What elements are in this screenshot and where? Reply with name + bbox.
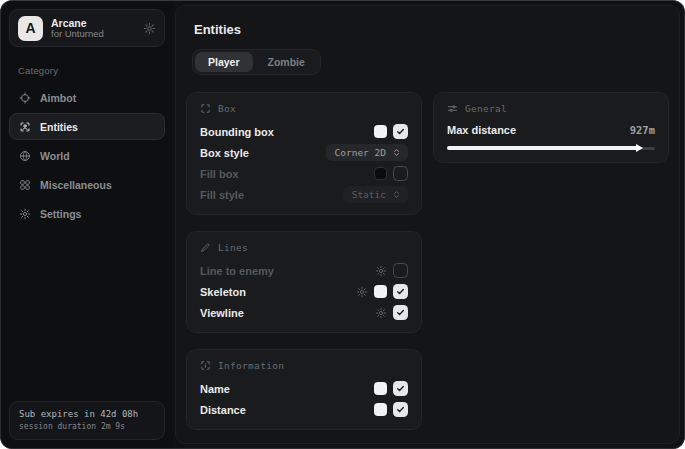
setting-row-bounding-box: Bounding box [200,121,408,142]
sidebar-item-settings[interactable]: Settings [9,200,165,227]
color-swatch[interactable] [374,382,387,395]
info-scan-icon [200,360,211,371]
color-swatch[interactable] [374,285,387,298]
setting-label: Line to enemy [200,265,274,277]
information-card-header: Information [200,360,408,371]
card-title: General [465,103,507,114]
setting-row-fill-box: Fill box [200,163,408,184]
setting-label: Bounding box [200,126,274,138]
row-controls [374,124,408,139]
tab-zombie[interactable]: Zombie [255,52,318,72]
checkbox-checked[interactable] [393,305,408,320]
sidebar-spacer [9,227,165,401]
dropdown-value: Corner 2D [335,147,386,158]
lines-card-header: Lines [200,242,408,253]
setting-row-line-to-enemy: Line to enemy [200,260,408,281]
sliders-icon [447,103,458,114]
row-controls [356,284,408,299]
color-swatch[interactable] [374,167,387,180]
box-card-header: Box [200,103,408,114]
box-corners-icon [200,103,211,114]
sidebar-item-label: Miscellaneous [40,179,112,191]
chevrons-up-down-icon [392,148,401,157]
setting-row-fill-style: Fill style Static [200,184,408,205]
app-subtitle: for Unturned [51,29,135,40]
checkbox-checked[interactable] [393,124,408,139]
row-controls [374,166,408,181]
setting-label: Skeleton [200,286,246,298]
checkbox-checked[interactable] [393,284,408,299]
slider-label: Max distance [447,124,516,136]
row-controls [374,381,408,396]
box-style-dropdown[interactable]: Corner 2D [326,144,408,161]
app-window: A Arcane for Unturned Category A [0,0,685,449]
card-title: Lines [218,242,248,253]
content-grid: Box Bounding box Box style [186,92,669,430]
general-card-header: General [447,103,655,114]
max-distance-slider[interactable] [447,143,655,153]
gear-icon[interactable] [375,307,387,319]
setting-row-name: Name [200,378,408,399]
information-card: Information Name Distance [186,349,422,430]
row-controls [375,263,408,278]
sidebar-item-miscellaneous[interactable]: Miscellaneous [9,171,165,198]
sidebar-item-label: World [40,150,70,162]
app-header-card: A Arcane for Unturned [9,9,165,47]
sidebar-item-label: Aimbot [40,92,76,104]
setting-label: Viewline [200,307,244,319]
color-swatch[interactable] [374,125,387,138]
sidebar-item-label: Entities [40,121,78,133]
chevrons-up-down-icon [392,190,401,199]
tabbar: Player Zombie [192,49,321,75]
sidebar-item-label: Settings [40,208,81,220]
gear-icon[interactable] [375,265,387,277]
lines-card: Lines Line to enemy [186,231,422,333]
slider-handle[interactable] [636,144,643,152]
session-duration-text: session duration 2m 9s [19,421,155,433]
app-logo: A [18,16,43,41]
setting-label: Name [200,383,230,395]
setting-row-skeleton: Skeleton [200,281,408,302]
row-controls [374,402,408,417]
checkbox-unchecked[interactable] [393,166,408,181]
color-swatch[interactable] [374,403,387,416]
box-card: Box Bounding box Box style [186,92,422,215]
sidebar-item-aimbot[interactable]: Aimbot [9,84,165,111]
right-column: General Max distance 927m [433,92,669,163]
card-title: Box [218,103,236,114]
page-title: Entities [194,22,669,37]
max-distance-row: Max distance 927m [447,121,655,139]
general-card: General Max distance 927m [433,92,669,163]
app-titles: Arcane for Unturned [51,17,135,40]
sidebar-item-entities[interactable]: Entities [9,113,165,140]
sidebar-nav: Aimbot Entities World [9,84,165,227]
checkbox-unchecked[interactable] [393,263,408,278]
globe-icon [19,150,31,162]
slider-value: 927m [630,124,655,136]
setting-label: Fill box [200,168,239,180]
subscription-card: Sub expires in 42d 08h session duration … [9,401,165,441]
sidebar-item-world[interactable]: World [9,142,165,169]
dropdown-value: Static [352,189,386,200]
checkbox-checked[interactable] [393,402,408,417]
pencil-line-icon [200,242,211,253]
layout-grid-icon [19,179,31,191]
crosshair-icon [19,92,31,104]
gear-icon [19,208,31,220]
fill-style-dropdown[interactable]: Static [343,186,408,203]
row-controls [375,305,408,320]
card-title: Information [218,360,284,371]
setting-row-distance: Distance [200,399,408,420]
sidebar: A Arcane for Unturned Category A [1,1,173,448]
checkbox-checked[interactable] [393,381,408,396]
setting-label: Distance [200,404,246,416]
category-label: Category [18,65,165,76]
gear-icon[interactable] [356,286,368,298]
main-panel: Entities Player Zombie Box [175,5,680,444]
slider-fill [447,146,640,150]
tab-player[interactable]: Player [195,52,253,72]
setting-row-box-style: Box style Corner 2D [200,142,408,163]
app-name: Arcane [51,17,135,29]
gear-icon[interactable] [143,22,156,35]
sub-expires-text: Sub expires in 42d 08h [19,408,155,422]
